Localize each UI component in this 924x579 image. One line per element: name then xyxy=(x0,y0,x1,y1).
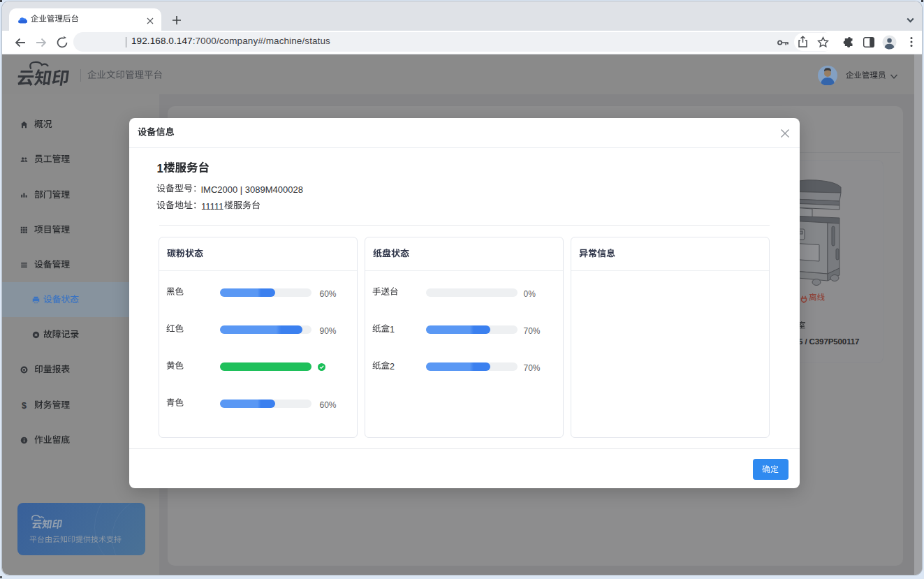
svg-text:$: $ xyxy=(22,402,27,409)
